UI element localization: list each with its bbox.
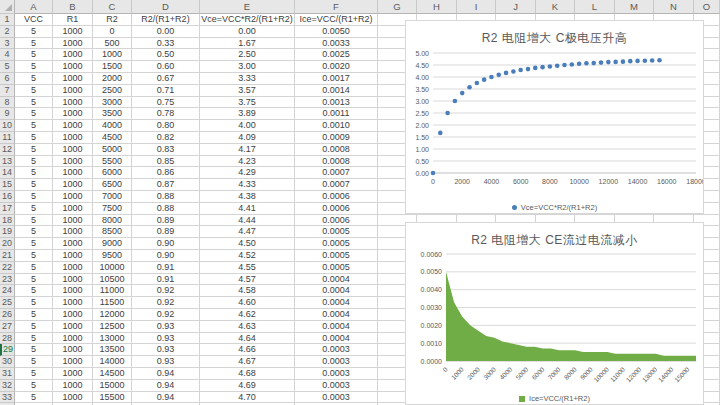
cell[interactable]: R2 <box>93 14 132 26</box>
cell[interactable]: 0 <box>93 26 132 38</box>
chart-vce-scatter[interactable]: R2 电阻增大 C极电压升高 0.000.501.001.502.002.503… <box>405 20 704 214</box>
cell[interactable]: 1000 <box>53 73 93 85</box>
cell[interactable]: 9500 <box>93 250 132 262</box>
cell[interactable]: 0.92 <box>132 297 200 309</box>
row-header-19[interactable]: 19 <box>0 226 15 238</box>
cell[interactable]: 1500 <box>93 61 132 73</box>
cell[interactable]: 0.0004 <box>295 297 378 309</box>
cell[interactable]: 0.60 <box>132 61 200 73</box>
cell[interactable]: 5 <box>15 274 53 286</box>
cell[interactable]: 1000 <box>53 97 93 109</box>
cell[interactable]: 1000 <box>53 156 93 168</box>
cell[interactable]: 5 <box>15 250 53 262</box>
column-header-F[interactable]: F <box>295 0 378 14</box>
cell[interactable]: 0.0004 <box>295 274 378 286</box>
cell[interactable]: 4.68 <box>200 368 295 380</box>
cell[interactable]: 0.0009 <box>295 132 378 144</box>
cell[interactable]: 0.0008 <box>295 156 378 168</box>
cell[interactable]: 13000 <box>93 333 132 345</box>
cell[interactable]: Vce=VCC*R2/(R1+R2) <box>200 14 295 26</box>
cell[interactable]: 0.0020 <box>295 61 378 73</box>
cell[interactable]: 0.0010 <box>295 120 378 132</box>
cell[interactable]: 0.93 <box>132 344 200 356</box>
cell[interactable]: 5 <box>15 356 53 368</box>
cell[interactable]: 15500 <box>93 392 132 404</box>
row-header-10[interactable]: 10 <box>0 120 15 132</box>
cell[interactable]: 0.0004 <box>295 309 378 321</box>
cell[interactable]: 9000 <box>93 238 132 250</box>
cell[interactable]: 14500 <box>93 368 132 380</box>
cell[interactable]: 1000 <box>53 380 93 392</box>
cell[interactable]: 0.0006 <box>295 191 378 203</box>
cell[interactable]: 0.78 <box>132 108 200 120</box>
row-header-11[interactable]: 11 <box>0 132 15 144</box>
cell[interactable]: VCC <box>15 14 53 26</box>
cell[interactable]: 4.63 <box>200 321 295 333</box>
column-header-G[interactable]: G <box>378 0 417 14</box>
cell[interactable]: 0.93 <box>132 356 200 368</box>
cell[interactable]: 1000 <box>53 368 93 380</box>
row-header-4[interactable]: 4 <box>0 49 15 61</box>
cell[interactable]: 0.0050 <box>295 26 378 38</box>
cell[interactable]: 500 <box>93 38 132 50</box>
cell[interactable]: 12000 <box>93 309 132 321</box>
row-header-21[interactable]: 21 <box>0 250 15 262</box>
row-header-24[interactable]: 24 <box>0 285 15 297</box>
cell[interactable]: 6500 <box>93 179 132 191</box>
cell[interactable]: 4.58 <box>200 285 295 297</box>
cell[interactable]: 5 <box>15 238 53 250</box>
cell[interactable]: 0.94 <box>132 368 200 380</box>
row-header-1[interactable]: 1 <box>0 14 15 26</box>
cell[interactable]: 7000 <box>93 191 132 203</box>
cell[interactable]: 1000 <box>53 215 93 227</box>
column-header-I[interactable]: I <box>457 0 496 14</box>
row-header-27[interactable]: 27 <box>0 321 15 333</box>
row-header-5[interactable]: 5 <box>0 61 15 73</box>
cell[interactable]: 14000 <box>93 356 132 368</box>
cell[interactable]: 0.33 <box>132 38 200 50</box>
cell[interactable]: 5000 <box>93 144 132 156</box>
cell[interactable]: 5 <box>15 297 53 309</box>
cell[interactable]: 4000 <box>93 120 132 132</box>
cell[interactable]: 1000 <box>53 344 93 356</box>
row-header-29[interactable]: 29 <box>0 344 15 356</box>
row-header-6[interactable]: 6 <box>0 73 15 85</box>
cell[interactable]: 0.71 <box>132 85 200 97</box>
row-header-8[interactable]: 8 <box>0 97 15 109</box>
cell[interactable]: 0.0005 <box>295 226 378 238</box>
cell[interactable]: 5 <box>15 156 53 168</box>
row-header-15[interactable]: 15 <box>0 179 15 191</box>
cell[interactable]: 0.90 <box>132 238 200 250</box>
row-header-28[interactable]: 28 <box>0 333 15 345</box>
column-header-N[interactable]: N <box>654 0 694 14</box>
cell[interactable]: 5 <box>15 97 53 109</box>
cell[interactable]: 5 <box>15 321 53 333</box>
column-header-E[interactable]: E <box>200 0 295 14</box>
cell[interactable]: 3.00 <box>200 61 295 73</box>
cell[interactable]: 5500 <box>93 156 132 168</box>
row-header-22[interactable]: 22 <box>0 262 15 274</box>
cell[interactable]: 1000 <box>53 144 93 156</box>
cell[interactable]: 10500 <box>93 274 132 286</box>
row-header-16[interactable]: 16 <box>0 191 15 203</box>
cell[interactable]: 1000 <box>53 262 93 274</box>
cell[interactable]: 2000 <box>93 73 132 85</box>
cell[interactable]: 5 <box>15 191 53 203</box>
cell[interactable]: 0.67 <box>132 73 200 85</box>
cell[interactable]: 1000 <box>53 191 93 203</box>
cell[interactable]: 1000 <box>53 120 93 132</box>
cell[interactable]: 5 <box>15 61 53 73</box>
cell[interactable]: 6000 <box>93 167 132 179</box>
cell[interactable]: 4.52 <box>200 250 295 262</box>
cell[interactable]: 5 <box>15 368 53 380</box>
cell[interactable]: 5 <box>15 344 53 356</box>
cell[interactable]: 4.41 <box>200 203 295 215</box>
cell[interactable]: 0.0006 <box>295 215 378 227</box>
cell[interactable]: 5 <box>15 73 53 85</box>
cell[interactable]: 0.0004 <box>295 333 378 345</box>
cell[interactable]: 1000 <box>53 238 93 250</box>
cell[interactable]: 4.57 <box>200 274 295 286</box>
cell[interactable]: 5 <box>15 132 53 144</box>
cell[interactable]: 0.93 <box>132 321 200 333</box>
row-header-14[interactable]: 14 <box>0 167 15 179</box>
